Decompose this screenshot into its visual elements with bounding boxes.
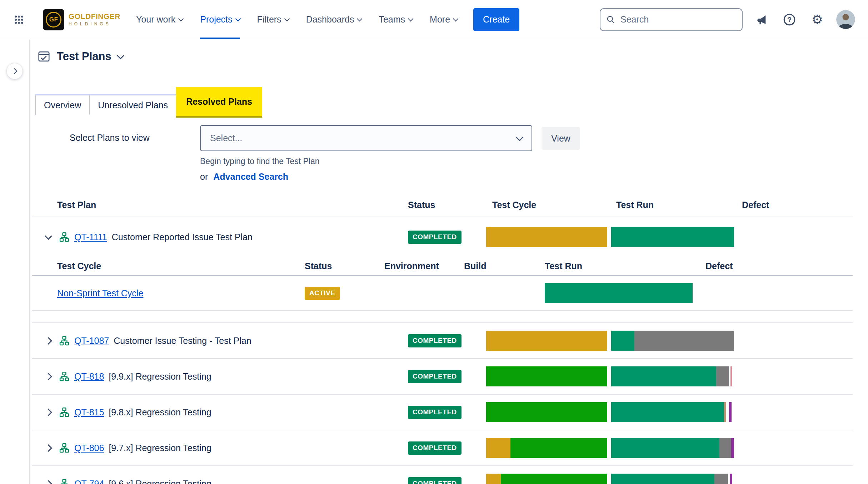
- expand-row-button[interactable]: [42, 374, 54, 379]
- logo-line2: HOLDINGS: [69, 22, 120, 26]
- status-badge: COMPLETED: [408, 477, 462, 484]
- test-run-bar[interactable]: [611, 474, 734, 484]
- test-plan-key-link[interactable]: QT-806: [74, 443, 104, 453]
- nav-item-your-work[interactable]: Your work: [136, 0, 183, 39]
- bar-segment-grey: [714, 474, 728, 484]
- help-button[interactable]: ?: [780, 11, 798, 29]
- bar-segment-teal: [545, 283, 693, 303]
- chevron-down-icon: [408, 16, 414, 21]
- bar-segment-white: [732, 474, 734, 484]
- page-title-dropdown[interactable]: [118, 55, 123, 58]
- test-plan-key-link[interactable]: QT-818: [74, 371, 104, 382]
- table-body: QT-1111Customer Reported Issue Test Plan…: [32, 217, 853, 484]
- test-cycle-bar[interactable]: [486, 227, 607, 247]
- plans-tabs: OverviewUnresolved PlansResolved Plans: [35, 87, 262, 118]
- subtable-header-row: Test CycleStatusEnvironmentBuildTest Run…: [32, 257, 853, 276]
- tab-resolved-plans[interactable]: Resolved Plans: [176, 87, 262, 118]
- expand-row-button[interactable]: [42, 410, 54, 415]
- test-plan-key-link[interactable]: QT-1111: [74, 232, 107, 242]
- test-cycle-bar[interactable]: [486, 402, 607, 422]
- nav-item-label: More: [430, 14, 450, 25]
- test-plan-key-link[interactable]: QT-1087: [74, 336, 109, 346]
- test-plan-row: QT-815[9.8.x] Regression TestingCOMPLETE…: [32, 395, 853, 430]
- chevron-down-icon: [453, 16, 459, 21]
- test-run-bar[interactable]: [611, 438, 734, 458]
- table-header-row: Test PlanStatusTest CycleTest RunDefect: [32, 193, 853, 217]
- test-run-bar[interactable]: [611, 402, 734, 422]
- bar-segment-grey: [719, 438, 732, 458]
- app-switcher-button[interactable]: [11, 11, 27, 28]
- bar-segment-white: [732, 402, 734, 422]
- advanced-search-link[interactable]: Advanced Search: [213, 172, 288, 182]
- chevron-down-icon: [178, 16, 184, 21]
- test-plan-row: QT-794[9.6.x] Regression TestingCOMPLETE…: [32, 466, 853, 484]
- bar-segment-teal: [611, 227, 734, 247]
- column-header-status: Status: [404, 200, 482, 210]
- test-plan-row: QT-1087Customer Issue Testing - Test Pla…: [32, 323, 853, 359]
- tab-overview[interactable]: Overview: [35, 94, 90, 115]
- bar-segment-teal: [611, 366, 716, 386]
- subtable-column-header-status: Status: [300, 261, 379, 271]
- chevron-down-icon: [235, 16, 241, 21]
- bar-segment-yellow: [486, 331, 607, 351]
- collapse-row-button[interactable]: [42, 235, 54, 239]
- search-input[interactable]: [620, 14, 736, 25]
- expand-row-button[interactable]: [42, 445, 54, 451]
- chevron-right-icon: [44, 444, 52, 451]
- chevron-right-icon: [44, 337, 52, 344]
- select-plans-label: Select Plans to view: [70, 133, 150, 143]
- tab-unresolved-plans[interactable]: Unresolved Plans: [89, 94, 176, 115]
- expand-row-button[interactable]: [42, 338, 54, 344]
- test-cycle-bar[interactable]: [486, 331, 607, 351]
- announcements-button[interactable]: [753, 11, 770, 29]
- user-avatar[interactable]: [836, 10, 855, 29]
- nav-item-dashboards[interactable]: Dashboards: [306, 0, 362, 39]
- chevron-down-icon: [117, 52, 124, 59]
- column-header-test-run: Test Run: [611, 200, 738, 210]
- sidebar-divider: [29, 39, 30, 484]
- chevron-down-icon: [284, 16, 290, 21]
- bar-segment-purple: [729, 402, 732, 422]
- avatar-photo: [836, 10, 855, 29]
- settings-button[interactable]: ⚙: [808, 11, 826, 29]
- nav-item-teams[interactable]: Teams: [379, 0, 413, 39]
- test-plan-icon: [59, 407, 70, 418]
- test-plan-row: QT-806[9.7.x] Regression TestingCOMPLETE…: [32, 430, 853, 466]
- test-cycle-bar[interactable]: [486, 366, 607, 386]
- company-logo[interactable]: GF GOLDFINGER HOLDINGS: [43, 9, 120, 30]
- bar-segment-teal: [611, 331, 634, 351]
- create-button[interactable]: Create: [473, 8, 519, 31]
- test-plan-key-link[interactable]: QT-815: [74, 407, 104, 418]
- expand-row-button[interactable]: [42, 481, 54, 484]
- test-plan-title: Customer Reported Issue Test Plan: [112, 232, 253, 242]
- subtable-column-header-test-run: Test Run: [536, 261, 697, 271]
- test-run-bar[interactable]: [611, 331, 734, 351]
- test-cycle-bar[interactable]: [486, 474, 607, 484]
- test-run-bar[interactable]: [611, 227, 734, 247]
- test-plans-page-icon: [38, 50, 50, 63]
- test-run-bar[interactable]: [611, 366, 734, 386]
- nav-item-more[interactable]: More: [430, 0, 458, 39]
- test-plan-icon: [59, 335, 70, 346]
- view-button[interactable]: View: [542, 127, 580, 150]
- global-search[interactable]: [600, 8, 743, 31]
- test-cycle-link[interactable]: Non-Sprint Test Cycle: [57, 288, 143, 298]
- bar-segment-purple: [731, 438, 734, 458]
- expand-sidebar-button[interactable]: [6, 63, 23, 79]
- subtable-column-header-defect: Defect: [697, 261, 853, 271]
- help-icon: ?: [783, 13, 796, 26]
- run-bar[interactable]: [545, 283, 693, 303]
- test-cycle-bar[interactable]: [486, 438, 607, 458]
- bar-segment-white: [732, 366, 734, 386]
- test-plan-key-link[interactable]: QT-794: [74, 479, 104, 484]
- chevron-down-icon: [516, 133, 523, 141]
- column-header-test-plan: Test Plan: [32, 200, 404, 210]
- page-title: Test Plans: [57, 50, 111, 63]
- plans-select[interactable]: Select...: [200, 125, 532, 151]
- status-badge: COMPLETED: [408, 231, 462, 244]
- chevron-right-icon: [44, 408, 52, 416]
- bar-segment-grey: [634, 331, 734, 351]
- nav-item-filters[interactable]: Filters: [257, 0, 289, 39]
- test-plan-title: [9.6.x] Regression Testing: [109, 479, 211, 484]
- nav-item-projects[interactable]: Projects: [200, 0, 240, 39]
